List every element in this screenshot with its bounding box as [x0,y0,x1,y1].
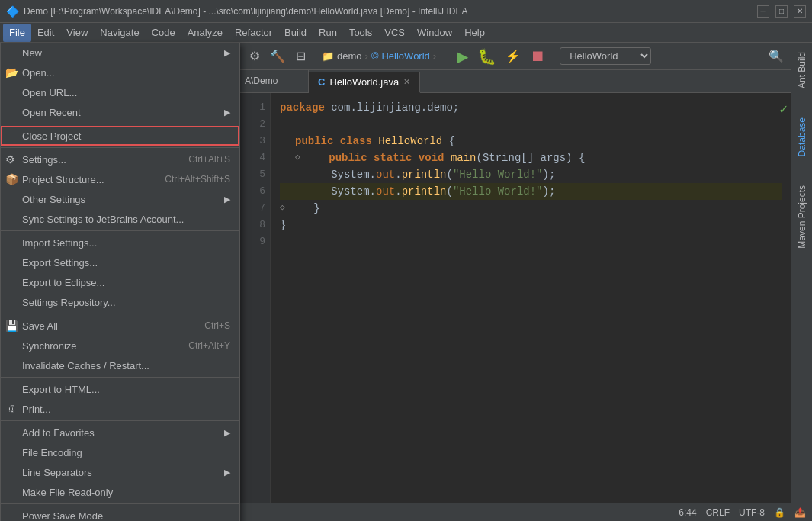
build-toolbar-btn[interactable]: 🔨 [268,47,287,66]
code-line-8: } [280,217,782,233]
right-sidebar: Ant Build Database Maven Projects [791,43,812,521]
menu-item-power-save-mode[interactable]: Power Save Mode [1,506,239,521]
menu-code[interactable]: Code [146,24,181,42]
menu-item-settings[interactable]: ⚙ Settings... Ctrl+Alt+S [1,150,239,169]
code-line-1: package com.lijinjiang.demo; [280,99,782,116]
tab-icon: C [318,76,325,88]
breadcrumb: 📁 demo › © HelloWorld › [322,50,436,62]
line-separator[interactable]: CRLF [706,507,730,518]
menu-help[interactable]: Help [458,24,491,42]
run-button[interactable]: ▶ [454,47,471,66]
separator-1 [1,124,239,124]
close-button[interactable]: ✕ [794,5,806,18]
bookmark-icon-7: ◇ [280,201,285,215]
menu-refactor[interactable]: Refactor [229,24,278,42]
breadcrumb-sep2: › [433,50,436,62]
menu-view[interactable]: View [60,24,94,42]
menu-item-close-project[interactable]: Close Project [1,126,239,146]
menu-item-export-eclipse[interactable]: Export to Eclipse... [1,272,239,292]
menu-item-new[interactable]: New ▶ [1,43,239,63]
toolbar-right: 🔍 [766,47,786,66]
breadcrumb-class-icon: © [371,50,379,62]
toolbar-separator-2 [448,49,448,64]
separator-3 [1,230,239,231]
menu-run[interactable]: Run [313,24,343,42]
print-icon: 🖨 [5,403,16,415]
stop-button[interactable]: ⏹ [527,47,548,65]
menu-item-export-html[interactable]: Export to HTML... [1,379,239,399]
menu-item-settings-repo[interactable]: Settings Repository... [1,292,239,312]
menu-build[interactable]: Build [278,24,313,42]
code-line-5: System.out.println("Hello World!"); [280,166,782,183]
menu-edit[interactable]: Edit [31,24,60,42]
encoding[interactable]: UTF-8 [739,507,765,518]
tab-close-button[interactable]: ✕ [403,77,410,87]
menu-item-sync-settings[interactable]: Sync Settings to JetBrains Account... [1,209,239,229]
menu-item-project-structure[interactable]: 📦 Project Structure... Ctrl+Alt+Shift+S [1,169,239,189]
debug-button[interactable]: 🐛 [474,47,499,66]
menu-vcs[interactable]: VCS [378,24,411,42]
line-num-6: 6 [245,183,265,200]
editor-area: ⚙ 🔨 ⊟ 📁 demo › © HelloWorld › ▶ 🐛 ⚡ ⏹ He… [240,43,791,521]
menu-file[interactable]: File [3,24,31,42]
layout-toolbar-btn[interactable]: ⊟ [290,47,310,66]
breadcrumb-project: demo [337,50,362,62]
menu-item-add-to-favorites[interactable]: Add to Favorites ▶ [1,423,239,442]
search-toolbar-btn[interactable]: 🔍 [766,47,786,66]
line-num-7: 7 [245,200,265,217]
cursor-position: 6:44 [679,507,696,518]
menu-item-make-file-readonly[interactable]: Make File Read-only [1,482,239,502]
menu-item-invalidate-caches[interactable]: Invalidate Caches / Restart... [1,355,239,375]
menu-item-print[interactable]: 🖨 Print... [1,399,239,419]
share-icon: 📤 [794,507,806,518]
menu-item-synchronize[interactable]: Synchronize Ctrl+Alt+Y [1,336,239,355]
maximize-button[interactable]: □ [775,5,788,18]
window-title: Demo [F:\Program\Workspace\IDEA\Demo] - … [24,6,757,17]
menu-item-export-settings[interactable]: Export Settings... [1,252,239,272]
separator-5 [1,377,239,378]
coverage-button[interactable]: ⚡ [502,49,524,63]
main-layout: New ▶ 📂 Open... Open URL... Open Recent … [0,43,812,521]
sidebar-tab-database[interactable]: Database [794,111,810,162]
tab-label: HelloWorld.java [329,76,399,88]
minimize-button[interactable]: ─ [757,5,769,18]
menu-item-import-settings[interactable]: Import Settings... [1,233,239,252]
project-path: A\Demo [245,76,278,86]
menu-item-file-encoding[interactable]: File Encoding [1,442,239,462]
menu-window[interactable]: Window [411,24,458,42]
folder-icon: 📂 [5,66,18,79]
app-icon: 🔷 [6,5,19,18]
code-line-4: ▶ ◇ public static void main(String[] arg… [280,150,782,166]
sidebar-tab-ant[interactable]: Ant Build [794,46,810,95]
tab-helloworld[interactable]: C HelloWorld.java ✕ [309,72,420,93]
menu-navigate[interactable]: Navigate [94,24,145,42]
separator-2 [1,147,239,148]
menu-item-open[interactable]: 📂 Open... [1,63,239,82]
menu-item-save-all[interactable]: 💾 Save All Ctrl+S [1,316,239,336]
bookmark-icon-4: ◇ [295,151,300,165]
code-content[interactable]: package com.lijinjiang.demo; ▶ public cl… [271,93,791,503]
menu-item-open-recent[interactable]: Open Recent ▶ [1,102,239,122]
line-num-9: 9 [245,233,265,250]
separator-7 [1,503,239,504]
check-mark: ✓ [779,99,788,121]
project-icon: 📦 [5,173,18,185]
line-num-5: 5 [245,166,265,183]
menu-item-line-separators[interactable]: Line Separators ▶ [1,462,239,482]
menu-item-open-url[interactable]: Open URL... [1,82,239,102]
separator-6 [1,420,239,421]
run-config-dropdown[interactable]: HelloWorld [560,47,651,65]
menu-analyze[interactable]: Analyze [181,24,229,42]
breadcrumb-folder-icon: 📁 [322,50,334,62]
line-numbers: 1 2 3 4 5 6 7 8 9 [240,93,271,503]
window-controls: ─ □ ✕ [757,5,806,18]
menu-item-other-settings[interactable]: Other Settings ▶ [1,189,239,209]
menu-tools[interactable]: Tools [343,24,378,42]
line-num-8: 8 [245,217,265,233]
code-line-3: ▶ public class HelloWorld { [280,133,782,150]
settings-toolbar-btn[interactable]: ⚙ [245,47,265,66]
breadcrumb-class: HelloWorld [381,50,429,62]
status-right: 6:44 CRLF UTF-8 🔒 📤 [679,507,806,518]
sidebar-tab-maven[interactable]: Maven Projects [794,179,810,255]
code-line-2 [280,116,782,133]
